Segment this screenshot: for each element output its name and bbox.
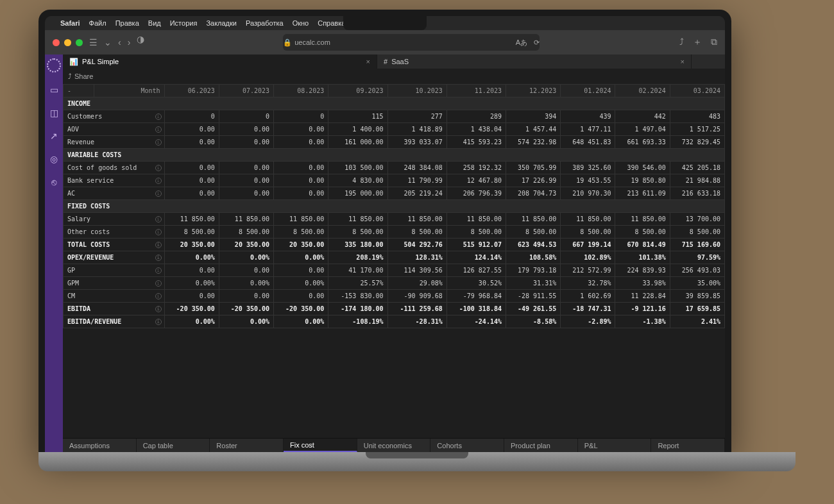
cell[interactable]: 0.00 — [219, 290, 273, 303]
cell[interactable]: 389 325.60 — [561, 162, 615, 174]
cell[interactable]: 128.31% — [387, 251, 447, 264]
cell[interactable]: 216 633.18 — [670, 187, 724, 200]
address-bar[interactable]: 🔒 uecalc.com Aあ ⟳ — [283, 34, 540, 51]
cell[interactable]: 11 850.00 — [447, 213, 506, 226]
cell[interactable]: 0.00% — [219, 277, 273, 290]
cell[interactable]: 0.00 — [274, 264, 328, 277]
cell[interactable]: 0.00% — [164, 251, 219, 264]
cell[interactable]: 661 693.33 — [615, 136, 670, 149]
cell[interactable]: 8 500.00 — [506, 226, 560, 239]
cell[interactable]: 101.38% — [615, 251, 670, 264]
cell[interactable]: -111 259.68 — [387, 303, 447, 315]
cell[interactable]: 17 226.99 — [506, 174, 560, 187]
cell[interactable]: -8.58% — [506, 315, 560, 328]
cell[interactable]: 8 500.00 — [328, 226, 387, 239]
row-label[interactable]: Other costsi — [64, 226, 165, 239]
cell[interactable]: -90 909.68 — [387, 290, 447, 303]
cell[interactable]: 11 790.99 — [387, 174, 447, 187]
cell[interactable]: 0.00 — [274, 123, 328, 136]
info-icon[interactable]: i — [155, 165, 162, 171]
cell[interactable]: 574 232.98 — [506, 136, 560, 149]
cell[interactable]: 11 850.00 — [615, 213, 670, 226]
row-label[interactable]: Salaryi — [64, 213, 165, 226]
sheet-tab[interactable]: Roster — [210, 439, 284, 452]
cell[interactable]: 108.58% — [506, 251, 560, 264]
cell[interactable]: 11 228.84 — [615, 290, 670, 303]
cell[interactable]: 29.08% — [387, 277, 447, 290]
cell[interactable]: 224 839.93 — [615, 264, 670, 277]
cell[interactable]: 208 704.73 — [506, 187, 560, 200]
cell[interactable]: 19 453.55 — [561, 174, 615, 187]
cell[interactable]: -1.38% — [615, 315, 670, 328]
cell[interactable]: 0 — [164, 110, 219, 123]
info-icon[interactable]: i — [155, 113, 162, 120]
cell[interactable]: 126 827.55 — [447, 264, 506, 277]
info-icon[interactable]: i — [155, 229, 162, 235]
app-logo-icon[interactable] — [47, 58, 61, 72]
cell[interactable]: 0.00 — [274, 290, 328, 303]
cell[interactable]: 11 850.00 — [328, 213, 387, 226]
cell[interactable]: 39 859.85 — [670, 290, 724, 303]
menu-window[interactable]: Окно — [293, 19, 309, 27]
cell[interactable]: 210 970.30 — [561, 187, 615, 200]
cell[interactable]: 11 850.00 — [561, 213, 615, 226]
cell[interactable]: 415 593.23 — [447, 136, 506, 149]
row-label[interactable]: EBITDAi — [64, 303, 165, 315]
cell[interactable]: 0.00 — [164, 264, 219, 277]
cell[interactable]: 258 192.32 — [447, 162, 506, 174]
cell[interactable]: 30.52% — [447, 277, 506, 290]
cell[interactable]: 8 500.00 — [387, 226, 447, 239]
menu-edit[interactable]: Правка — [115, 19, 139, 27]
cell[interactable]: 0.00 — [219, 264, 273, 277]
forward-button[interactable]: › — [128, 37, 131, 47]
close-icon[interactable]: × — [681, 58, 685, 65]
cell[interactable]: 161 000.00 — [328, 136, 387, 149]
row-label[interactable]: ACi — [64, 187, 165, 200]
cell[interactable]: 1 477.11 — [561, 123, 615, 136]
cell[interactable]: 1 517.25 — [670, 123, 724, 136]
cell[interactable]: 35.00% — [670, 277, 724, 290]
cell[interactable]: 205 219.24 — [387, 187, 447, 200]
cell[interactable]: 11 850.00 — [219, 213, 273, 226]
menu-help[interactable]: Справка — [318, 19, 345, 27]
window-close-button[interactable] — [53, 39, 60, 46]
cell[interactable]: 0 — [274, 110, 328, 123]
cell[interactable]: -9 121.16 — [615, 303, 670, 315]
exit-icon[interactable]: ⎋ — [48, 176, 60, 188]
cell[interactable]: 13 700.00 — [670, 213, 724, 226]
cell[interactable]: 0.00% — [164, 315, 219, 328]
cell[interactable]: 0.00 — [164, 123, 219, 136]
back-button[interactable]: ‹ — [118, 37, 121, 47]
cell[interactable]: 208.19% — [328, 251, 387, 264]
cell[interactable]: 515 912.07 — [447, 239, 506, 251]
cell[interactable]: 0.00 — [164, 162, 219, 174]
sidebar-toggle-icon[interactable]: ☰ — [89, 37, 98, 47]
new-tab-icon[interactable]: ＋ — [693, 37, 702, 48]
cell[interactable]: 20 350.00 — [274, 239, 328, 251]
cell[interactable]: 213 611.09 — [615, 187, 670, 200]
info-icon[interactable]: i — [155, 293, 162, 299]
cell[interactable]: 8 500.00 — [447, 226, 506, 239]
cell[interactable]: -20 350.00 — [274, 303, 328, 315]
cell[interactable]: 115 — [328, 110, 387, 123]
cell[interactable]: 425 205.18 — [670, 162, 724, 174]
menu-bookmarks[interactable]: Закладки — [206, 19, 237, 27]
cell[interactable]: 0.00% — [274, 277, 328, 290]
cell[interactable]: -20 350.00 — [219, 303, 273, 315]
cell[interactable]: 8 500.00 — [274, 226, 328, 239]
row-label[interactable]: Cost of goods soldi — [64, 162, 165, 174]
cell[interactable]: 277 — [387, 110, 447, 123]
cell[interactable]: 20 350.00 — [219, 239, 273, 251]
cell[interactable]: 1 438.04 — [447, 123, 506, 136]
sheet-tab[interactable]: P&L — [578, 439, 652, 452]
cell[interactable]: 212 572.99 — [561, 264, 615, 277]
cell[interactable]: 248 384.08 — [387, 162, 447, 174]
cell[interactable]: 97.59% — [670, 251, 724, 264]
cell[interactable]: 1 497.04 — [615, 123, 670, 136]
info-icon[interactable]: i — [155, 178, 162, 184]
cell[interactable]: 0.00% — [219, 315, 273, 328]
info-icon[interactable]: i — [155, 280, 162, 287]
cell[interactable]: 0.00 — [274, 174, 328, 187]
cell[interactable]: -174 180.00 — [328, 303, 387, 315]
reload-icon[interactable]: ⟳ — [534, 38, 540, 47]
